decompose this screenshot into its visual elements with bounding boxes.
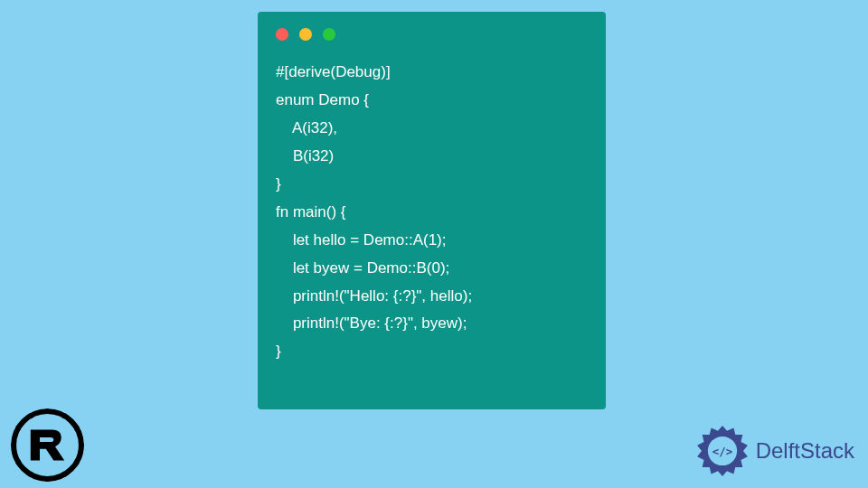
delftstack-label: DelftStack	[756, 438, 854, 464]
delftstack-gear-icon: </>	[694, 423, 750, 479]
delftstack-logo: </> DelftStack	[694, 423, 854, 479]
svg-point-5	[74, 459, 80, 465]
maximize-icon[interactable]	[323, 28, 335, 41]
svg-text:</>: </>	[712, 445, 731, 458]
svg-point-1	[45, 408, 51, 414]
code-block: #[derive(Debug)] enum Demo { A(i32), B(i…	[276, 59, 588, 366]
svg-point-7	[45, 476, 51, 482]
svg-point-8	[28, 472, 33, 477]
svg-point-2	[61, 413, 67, 418]
rust-logo-icon	[9, 407, 86, 483]
svg-point-12	[28, 413, 33, 418]
svg-point-3	[74, 426, 80, 431]
svg-point-9	[15, 459, 21, 465]
svg-point-11	[15, 426, 21, 431]
close-icon[interactable]	[276, 28, 288, 41]
svg-point-4	[79, 443, 84, 448]
svg-point-6	[61, 472, 67, 477]
minimize-icon[interactable]	[299, 28, 312, 41]
code-window: #[derive(Debug)] enum Demo { A(i32), B(i…	[258, 12, 606, 409]
window-controls	[276, 28, 588, 41]
svg-point-10	[11, 443, 16, 448]
